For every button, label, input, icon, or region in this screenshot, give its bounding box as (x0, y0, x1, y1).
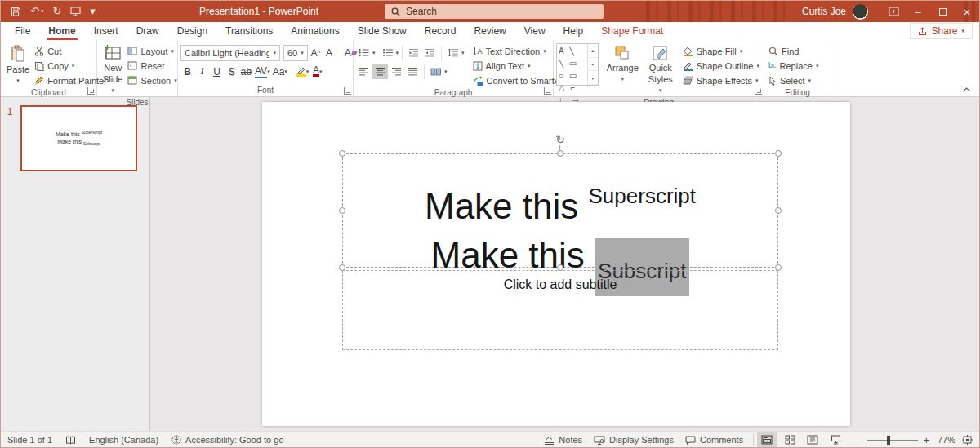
share-button[interactable]: Share ▾ (910, 23, 973, 39)
arrange-button[interactable]: Arrange ▾ (604, 43, 642, 97)
reset-button[interactable]: Reset (126, 59, 178, 73)
font-dialog-launcher[interactable] (344, 87, 351, 95)
search-box[interactable]: Search (385, 4, 604, 19)
clipboard-dialog-launcher[interactable] (87, 87, 95, 95)
resize-handle-middle-left[interactable] (339, 207, 345, 214)
shape-fill-button[interactable]: Shape Fill ▾ (681, 44, 761, 58)
comments-button[interactable]: Comments (685, 435, 743, 445)
tab-animations[interactable]: Animations (282, 22, 348, 40)
text-shadow-button[interactable]: S (225, 64, 238, 79)
shape-effects-button[interactable]: Shape Effects ▾ (681, 73, 761, 87)
numbering-dropdown-icon[interactable]: ▾ (396, 50, 399, 56)
avatar[interactable] (853, 4, 868, 20)
new-slide-button[interactable]: New Slide ▾ (100, 43, 126, 97)
start-slideshow-button[interactable] (70, 7, 81, 16)
drawing-dialog-launcher[interactable] (755, 87, 762, 95)
numbering-button[interactable] (380, 45, 395, 60)
replace-button[interactable]: bc Replace ▾ (767, 59, 820, 73)
justify-button[interactable] (405, 64, 421, 79)
bullets-dropdown-icon[interactable]: ▾ (372, 50, 376, 56)
tab-file[interactable]: File (6, 22, 39, 40)
tab-draw[interactable]: Draw (127, 22, 168, 40)
line-spacing-button[interactable] (445, 45, 461, 60)
line-spacing-dropdown-icon[interactable]: ▾ (461, 50, 465, 56)
gallery-more-icon[interactable]: ▾ (588, 71, 598, 85)
change-case-button[interactable]: Aa▾ (272, 64, 288, 79)
tab-design[interactable]: Design (168, 22, 216, 40)
new-slide-dropdown-icon[interactable]: ▾ (111, 87, 114, 93)
shape-gallery-scrollbar[interactable]: ▴ ▾ ▾ (587, 44, 598, 85)
shape-gallery[interactable]: A ╲ ╲ ▭ ○ ▭ △ ⌐ ∟ ⇒ ⇓ ▱ ☆ ⌒ ~ { } ☆ ▴ ▾ … (556, 43, 599, 86)
character-spacing-button[interactable]: AV▾ (254, 64, 271, 79)
undo-button[interactable]: ↶▾ (30, 1, 43, 22)
resize-handle-bottom-center[interactable] (557, 264, 564, 271)
tab-review[interactable]: Review (465, 22, 514, 40)
font-size-combobox[interactable]: 60 ▾ (283, 45, 308, 61)
find-button[interactable]: Find (767, 44, 820, 58)
spell-check-button[interactable] (65, 436, 76, 445)
quick-styles-dropdown-icon[interactable]: ▾ (659, 87, 662, 93)
subtitle-placeholder-text[interactable]: Click to add subtitle (504, 277, 617, 291)
align-left-button[interactable] (356, 64, 372, 79)
paragraph-dialog-launcher[interactable] (544, 87, 551, 95)
resize-handle-top-right[interactable] (775, 150, 782, 157)
title-text-box[interactable]: ↻ Make this Superscript Make this Subscr… (342, 153, 778, 268)
zoom-slider[interactable] (867, 440, 918, 441)
tab-slide-show[interactable]: Slide Show (349, 22, 416, 40)
display-settings-button[interactable]: Display Settings (594, 435, 674, 445)
resize-handle-bottom-left[interactable] (339, 264, 345, 271)
slide-canvas[interactable]: ↻ Make this Superscript Make this Subscr… (262, 102, 850, 426)
slide-sorter-view-button[interactable] (780, 432, 800, 448)
save-icon[interactable] (11, 7, 21, 17)
maximize-button[interactable] (930, 1, 955, 22)
normal-view-button[interactable] (757, 432, 777, 448)
ribbon-display-options-button[interactable] (881, 1, 906, 22)
zoom-slider-handle[interactable] (887, 436, 890, 445)
shape-gallery-shapes[interactable]: A ╲ ╲ ▭ ○ ▭ △ ⌐ ∟ ⇒ ⇓ ▱ ☆ ⌒ ~ { } ☆ (557, 44, 587, 85)
title-line-1-main[interactable]: Make this (425, 186, 589, 226)
resize-handle-top-left[interactable] (339, 150, 345, 157)
align-right-button[interactable] (389, 64, 404, 79)
text-highlight-color-button[interactable]: ▾ (296, 64, 310, 79)
decrease-indent-button[interactable] (406, 45, 421, 60)
bold-button[interactable]: B (180, 64, 194, 79)
redo-button[interactable]: ↻ (52, 1, 61, 22)
zoom-level[interactable]: 77% (938, 435, 956, 445)
fit-slide-to-window-button[interactable] (962, 435, 973, 445)
tab-home[interactable]: Home (39, 22, 84, 40)
align-center-button[interactable] (372, 64, 388, 79)
decrease-font-size-button[interactable]: Aˇ (323, 45, 337, 60)
section-button[interactable]: Section ▾ (126, 73, 178, 87)
paste-button[interactable]: Paste ▾ (3, 43, 33, 87)
shape-row-1[interactable]: A ╲ ╲ ▭ ○ ▭ (559, 45, 586, 82)
title-line-1[interactable]: Make this Superscript (343, 175, 777, 228)
scroll-down-icon[interactable]: ▾ (588, 58, 598, 72)
layout-button[interactable]: Layout ▾ (126, 44, 178, 58)
slide-thumbnail[interactable]: Make this Superscript Make this Subscrip… (20, 105, 137, 171)
tab-insert[interactable]: Insert (85, 22, 127, 40)
resize-handle-middle-right[interactable] (775, 207, 782, 214)
strikethrough-button[interactable]: ab (239, 64, 253, 79)
font-color-button[interactable]: A▾ (310, 64, 324, 79)
language-indicator[interactable]: English (Canada) (89, 435, 158, 445)
minimize-button[interactable]: – (906, 1, 930, 22)
accessibility-status[interactable]: Accessibility: Good to go (172, 435, 283, 445)
slide-count[interactable]: Slide 1 of 1 (7, 435, 52, 445)
underline-button[interactable]: U (210, 64, 224, 79)
resize-handle-bottom-right[interactable] (775, 264, 782, 271)
scroll-up-icon[interactable]: ▴ (588, 44, 598, 58)
tab-shape-format[interactable]: Shape Format (592, 22, 672, 40)
undo-dropdown-icon[interactable]: ▾ (41, 1, 44, 22)
tab-help[interactable]: Help (555, 22, 593, 40)
collapse-ribbon-button[interactable] (962, 87, 971, 92)
select-button[interactable]: Select ▾ (767, 73, 820, 87)
title-line-1-superscript[interactable]: Superscript (589, 184, 697, 208)
reading-view-button[interactable] (803, 432, 822, 448)
title-line-2-main[interactable]: Make this (431, 235, 595, 275)
shape-outline-button[interactable]: Shape Outline ▾ (681, 59, 761, 73)
user-name[interactable]: Curtis Joe (802, 6, 846, 17)
bullets-button[interactable] (356, 45, 372, 60)
slide-thumbnail-row[interactable]: 1 Make this Superscript Make this Subscr… (1, 105, 149, 171)
columns-button[interactable] (428, 64, 443, 79)
zoom-in-button[interactable]: + (923, 434, 929, 446)
